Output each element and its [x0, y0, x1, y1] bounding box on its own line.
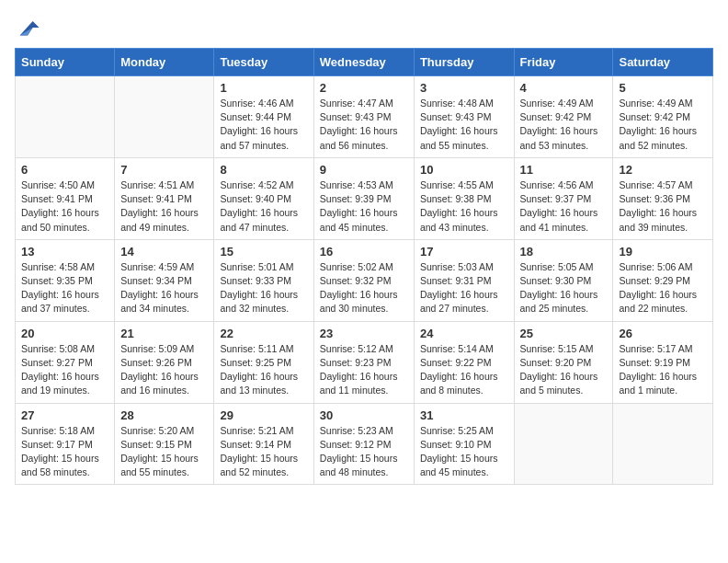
- calendar-header-sunday: Sunday: [16, 49, 115, 76]
- calendar-cell: 13Sunrise: 4:58 AM Sunset: 9:35 PM Dayli…: [16, 239, 115, 321]
- day-info: Sunrise: 4:49 AM Sunset: 9:42 PM Dayligh…: [520, 97, 608, 153]
- day-info: Sunrise: 5:18 AM Sunset: 9:17 PM Dayligh…: [21, 424, 108, 480]
- day-number: 15: [220, 245, 307, 259]
- day-info: Sunrise: 4:49 AM Sunset: 9:42 PM Dayligh…: [619, 97, 707, 153]
- calendar-week-row: 1Sunrise: 4:46 AM Sunset: 9:44 PM Daylig…: [16, 76, 713, 158]
- calendar-cell: 22Sunrise: 5:11 AM Sunset: 9:25 PM Dayli…: [214, 321, 313, 403]
- calendar-header-friday: Friday: [514, 49, 613, 76]
- day-number: 23: [320, 327, 408, 340]
- day-info: Sunrise: 5:01 AM Sunset: 9:33 PM Dayligh…: [220, 260, 307, 316]
- logo: [15, 15, 44, 40]
- day-info: Sunrise: 4:47 AM Sunset: 9:43 PM Dayligh…: [320, 97, 408, 153]
- calendar-cell: 4Sunrise: 4:49 AM Sunset: 9:42 PM Daylig…: [514, 76, 613, 158]
- calendar-cell: 20Sunrise: 5:08 AM Sunset: 9:27 PM Dayli…: [16, 321, 115, 403]
- calendar-header-monday: Monday: [115, 49, 214, 76]
- svg-marker-0: [20, 21, 40, 35]
- calendar-week-row: 20Sunrise: 5:08 AM Sunset: 9:27 PM Dayli…: [16, 321, 713, 403]
- calendar-cell: 9Sunrise: 4:53 AM Sunset: 9:39 PM Daylig…: [313, 157, 414, 239]
- day-info: Sunrise: 5:21 AM Sunset: 9:14 PM Dayligh…: [220, 424, 307, 480]
- day-number: 26: [619, 327, 707, 340]
- day-info: Sunrise: 5:08 AM Sunset: 9:27 PM Dayligh…: [21, 342, 108, 398]
- calendar-cell: 3Sunrise: 4:48 AM Sunset: 9:43 PM Daylig…: [414, 76, 514, 158]
- calendar-cell: 8Sunrise: 4:52 AM Sunset: 9:40 PM Daylig…: [214, 157, 313, 239]
- day-info: Sunrise: 4:48 AM Sunset: 9:43 PM Dayligh…: [420, 97, 508, 153]
- day-number: 27: [21, 408, 108, 422]
- day-number: 12: [619, 163, 707, 177]
- calendar-header-wednesday: Wednesday: [313, 49, 414, 76]
- day-info: Sunrise: 5:11 AM Sunset: 9:25 PM Dayligh…: [220, 342, 307, 398]
- day-info: Sunrise: 4:53 AM Sunset: 9:39 PM Dayligh…: [320, 178, 408, 235]
- day-info: Sunrise: 5:17 AM Sunset: 9:19 PM Dayligh…: [619, 342, 707, 398]
- calendar-cell: 5Sunrise: 4:49 AM Sunset: 9:42 PM Daylig…: [613, 76, 713, 158]
- page-header: [15, 15, 713, 40]
- calendar-cell: 30Sunrise: 5:23 AM Sunset: 9:12 PM Dayli…: [313, 403, 414, 485]
- calendar-cell: 25Sunrise: 5:15 AM Sunset: 9:20 PM Dayli…: [514, 321, 613, 403]
- calendar-header-saturday: Saturday: [613, 49, 713, 76]
- day-info: Sunrise: 5:15 AM Sunset: 9:20 PM Dayligh…: [520, 342, 608, 398]
- day-number: 29: [220, 408, 307, 422]
- day-number: 16: [320, 245, 408, 259]
- day-number: 25: [520, 327, 608, 340]
- day-info: Sunrise: 5:09 AM Sunset: 9:26 PM Dayligh…: [120, 342, 208, 398]
- calendar-cell: 27Sunrise: 5:18 AM Sunset: 9:17 PM Dayli…: [16, 403, 115, 485]
- day-info: Sunrise: 5:05 AM Sunset: 9:30 PM Dayligh…: [520, 260, 608, 316]
- day-number: 9: [320, 163, 408, 177]
- day-info: Sunrise: 5:03 AM Sunset: 9:31 PM Dayligh…: [420, 260, 508, 316]
- day-number: 31: [420, 408, 508, 422]
- day-info: Sunrise: 5:25 AM Sunset: 9:10 PM Dayligh…: [420, 424, 508, 480]
- day-number: 13: [21, 245, 108, 259]
- day-number: 5: [619, 81, 707, 95]
- day-number: 19: [619, 245, 707, 259]
- day-number: 1: [220, 81, 307, 95]
- day-number: 3: [420, 81, 508, 95]
- day-info: Sunrise: 5:12 AM Sunset: 9:23 PM Dayligh…: [320, 342, 408, 398]
- day-number: 18: [520, 245, 608, 259]
- calendar-cell: 1Sunrise: 4:46 AM Sunset: 9:44 PM Daylig…: [214, 76, 313, 158]
- calendar-cell: 19Sunrise: 5:06 AM Sunset: 9:29 PM Dayli…: [613, 239, 713, 321]
- day-number: 28: [120, 408, 208, 422]
- calendar-cell: 17Sunrise: 5:03 AM Sunset: 9:31 PM Dayli…: [414, 239, 514, 321]
- day-info: Sunrise: 4:57 AM Sunset: 9:36 PM Dayligh…: [619, 178, 707, 235]
- calendar-week-row: 6Sunrise: 4:50 AM Sunset: 9:41 PM Daylig…: [16, 157, 713, 239]
- calendar-week-row: 27Sunrise: 5:18 AM Sunset: 9:17 PM Dayli…: [16, 403, 713, 485]
- logo-icon: [15, 15, 40, 40]
- calendar-cell: 18Sunrise: 5:05 AM Sunset: 9:30 PM Dayli…: [514, 239, 613, 321]
- day-info: Sunrise: 4:58 AM Sunset: 9:35 PM Dayligh…: [21, 260, 108, 316]
- calendar-cell: 24Sunrise: 5:14 AM Sunset: 9:22 PM Dayli…: [414, 321, 514, 403]
- calendar-header-thursday: Thursday: [414, 49, 514, 76]
- calendar-cell: 15Sunrise: 5:01 AM Sunset: 9:33 PM Dayli…: [214, 239, 313, 321]
- calendar-cell: 12Sunrise: 4:57 AM Sunset: 9:36 PM Dayli…: [613, 157, 713, 239]
- calendar-cell: 2Sunrise: 4:47 AM Sunset: 9:43 PM Daylig…: [313, 76, 414, 158]
- calendar-cell: 16Sunrise: 5:02 AM Sunset: 9:32 PM Dayli…: [313, 239, 414, 321]
- calendar-cell: [16, 76, 115, 158]
- calendar-cell: 26Sunrise: 5:17 AM Sunset: 9:19 PM Dayli…: [613, 321, 713, 403]
- day-number: 2: [320, 81, 408, 95]
- calendar-cell: 10Sunrise: 4:55 AM Sunset: 9:38 PM Dayli…: [414, 157, 514, 239]
- calendar-week-row: 13Sunrise: 4:58 AM Sunset: 9:35 PM Dayli…: [16, 239, 713, 321]
- day-number: 6: [21, 163, 108, 177]
- day-info: Sunrise: 5:20 AM Sunset: 9:15 PM Dayligh…: [120, 424, 208, 480]
- day-number: 7: [120, 163, 208, 177]
- calendar-cell: [514, 403, 613, 485]
- day-number: 30: [320, 408, 408, 422]
- day-number: 17: [420, 245, 508, 259]
- calendar-cell: 7Sunrise: 4:51 AM Sunset: 9:41 PM Daylig…: [115, 157, 214, 239]
- calendar-cell: [613, 403, 713, 485]
- day-info: Sunrise: 5:06 AM Sunset: 9:29 PM Dayligh…: [619, 260, 707, 316]
- calendar-cell: 14Sunrise: 4:59 AM Sunset: 9:34 PM Dayli…: [115, 239, 214, 321]
- day-info: Sunrise: 4:52 AM Sunset: 9:40 PM Dayligh…: [220, 178, 307, 235]
- day-number: 14: [120, 245, 208, 259]
- calendar-cell: 6Sunrise: 4:50 AM Sunset: 9:41 PM Daylig…: [16, 157, 115, 239]
- calendar-cell: 11Sunrise: 4:56 AM Sunset: 9:37 PM Dayli…: [514, 157, 613, 239]
- calendar-cell: 28Sunrise: 5:20 AM Sunset: 9:15 PM Dayli…: [115, 403, 214, 485]
- day-info: Sunrise: 5:14 AM Sunset: 9:22 PM Dayligh…: [420, 342, 508, 398]
- day-info: Sunrise: 4:50 AM Sunset: 9:41 PM Dayligh…: [21, 178, 108, 235]
- day-info: Sunrise: 5:02 AM Sunset: 9:32 PM Dayligh…: [320, 260, 408, 316]
- day-number: 4: [520, 81, 608, 95]
- day-number: 11: [520, 163, 608, 177]
- day-info: Sunrise: 4:59 AM Sunset: 9:34 PM Dayligh…: [120, 260, 208, 316]
- calendar-table: SundayMondayTuesdayWednesdayThursdayFrid…: [15, 48, 713, 485]
- calendar-header-row: SundayMondayTuesdayWednesdayThursdayFrid…: [16, 49, 713, 76]
- calendar-cell: 21Sunrise: 5:09 AM Sunset: 9:26 PM Dayli…: [115, 321, 214, 403]
- day-info: Sunrise: 4:55 AM Sunset: 9:38 PM Dayligh…: [420, 178, 508, 235]
